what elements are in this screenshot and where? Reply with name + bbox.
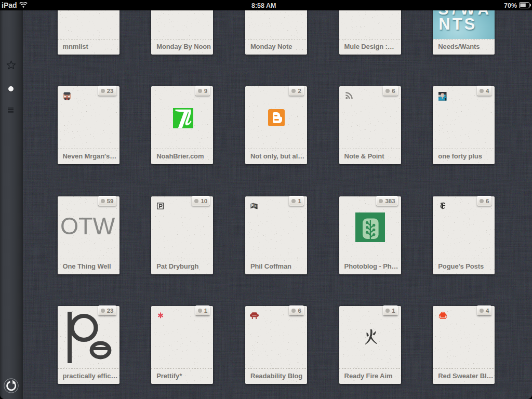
svg-text:C: C: [255, 204, 257, 208]
svg-text:P: P: [251, 204, 254, 207]
